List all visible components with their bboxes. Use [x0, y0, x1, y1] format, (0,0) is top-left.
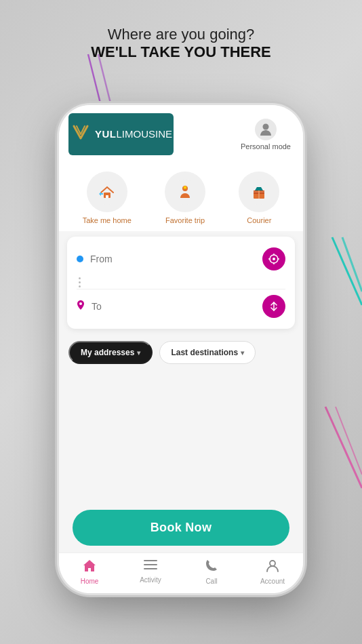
- activity-nav-label: Activity: [140, 576, 161, 584]
- app-header: YULLIMOUSINE Personal mode: [59, 105, 303, 162]
- action-courier-label: Courier: [247, 216, 271, 224]
- from-dot: [77, 256, 83, 262]
- address-buttons: My addresses ▾ Last destinations ▾: [59, 334, 303, 369]
- book-btn-wrap: Book Now: [59, 502, 303, 552]
- hero-line1: Where are you going?: [0, 26, 362, 43]
- personal-mode-label: Personal mode: [241, 142, 291, 150]
- last-destinations-button[interactable]: Last destinations ▾: [159, 341, 256, 364]
- personal-mode-icon: [255, 119, 277, 140]
- courier-icon: [239, 172, 279, 212]
- svg-line-5: [336, 407, 362, 475]
- activity-nav-icon: [144, 559, 157, 574]
- my-addresses-chevron: ▾: [137, 349, 140, 357]
- call-nav-icon: [205, 559, 218, 576]
- svg-line-2: [332, 237, 362, 305]
- bottom-nav: Home Activity Call: [59, 552, 303, 593]
- svg-rect-9: [106, 195, 108, 198]
- home-nav-label: Home: [81, 578, 99, 585]
- action-courier[interactable]: Courier: [239, 172, 279, 224]
- gps-button[interactable]: [262, 247, 285, 270]
- svg-rect-27: [144, 568, 157, 569]
- book-now-button[interactable]: Book Now: [73, 510, 289, 546]
- to-pin-icon: [77, 300, 85, 313]
- last-destinations-chevron: ▾: [241, 349, 244, 357]
- from-input[interactable]: [90, 254, 262, 264]
- logo-text: YULLIMOUSINE: [95, 128, 172, 140]
- action-take-me-home[interactable]: Take me home: [83, 172, 132, 224]
- svg-line-3: [342, 237, 362, 291]
- content-area: [59, 369, 303, 502]
- nav-activity[interactable]: Activity: [120, 559, 181, 585]
- call-nav-label: Call: [205, 578, 217, 585]
- svg-point-19: [273, 258, 275, 260]
- svg-rect-26: [144, 564, 157, 565]
- svg-rect-25: [144, 560, 157, 561]
- from-row: [74, 242, 288, 276]
- phone-shell: YULLIMOUSINE Personal mode: [59, 105, 303, 593]
- to-input[interactable]: [92, 301, 262, 312]
- nav-call[interactable]: Call: [181, 559, 242, 585]
- nav-account[interactable]: Account: [242, 559, 303, 585]
- favorite-trip-icon: [165, 172, 205, 212]
- hero-text: Where are you going? WE'LL TAKE YOU THER…: [0, 26, 362, 61]
- account-nav-label: Account: [260, 578, 285, 585]
- logo: YULLIMOUSINE: [68, 113, 174, 155]
- account-nav-icon: [266, 559, 279, 576]
- svg-point-28: [270, 561, 275, 566]
- action-favorite-trip[interactable]: Favorite trip: [165, 172, 205, 224]
- action-favorite-trip-label: Favorite trip: [165, 216, 205, 224]
- svg-point-10: [172, 179, 198, 205]
- svg-line-4: [325, 407, 362, 488]
- svg-point-7: [94, 179, 120, 205]
- action-take-me-home-label: Take me home: [83, 216, 132, 224]
- home-nav-icon: [82, 559, 97, 576]
- hero-line2: WE'LL TAKE YOU THERE: [0, 43, 362, 61]
- svg-point-6: [263, 123, 269, 129]
- svg-point-24: [79, 302, 82, 305]
- swap-button[interactable]: [262, 295, 285, 318]
- quick-actions: Take me home Favorite trip: [59, 162, 303, 231]
- personal-mode[interactable]: Personal mode: [241, 119, 291, 150]
- to-row: [74, 289, 288, 323]
- home-action-icon: [87, 172, 127, 212]
- route-section: [67, 237, 295, 329]
- nav-home[interactable]: Home: [59, 559, 120, 585]
- phone-screen: YULLIMOUSINE Personal mode: [59, 105, 303, 593]
- my-addresses-button[interactable]: My addresses ▾: [68, 341, 153, 364]
